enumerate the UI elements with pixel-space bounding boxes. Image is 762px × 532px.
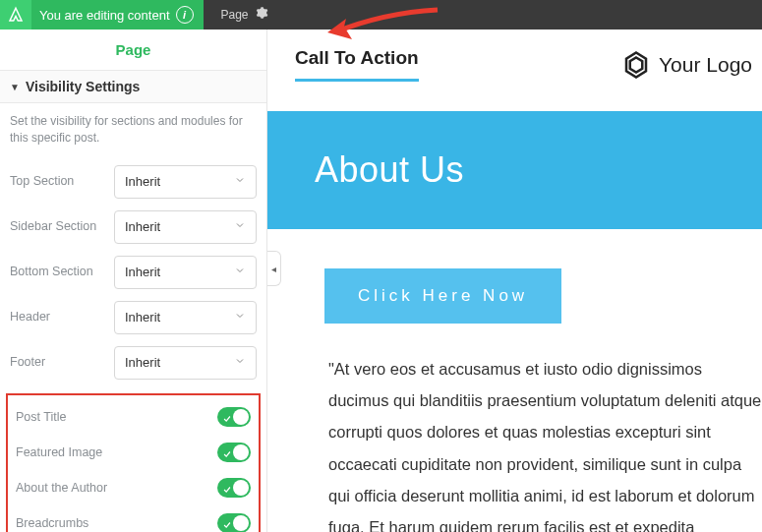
hexagon-logo-icon (621, 50, 651, 80)
select-header[interactable]: Inherit (114, 301, 257, 334)
row-header: Header Inherit (0, 295, 266, 340)
chevron-down-icon (234, 219, 246, 234)
row-post-title: Post Title (8, 399, 259, 435)
row-top-section: Top Section Inherit (0, 159, 266, 205)
chevron-down-icon (234, 355, 246, 370)
row-bottom-section: Bottom Section Inherit (0, 250, 266, 295)
select-value: Inherit (125, 174, 160, 189)
label-post-title: Post Title (16, 410, 66, 424)
select-value: Inherit (125, 355, 160, 370)
hero-banner: About Us (267, 111, 762, 229)
preview-header: Call To Action Your Logo (267, 30, 762, 82)
info-icon[interactable]: i (176, 6, 194, 24)
check-icon (222, 445, 232, 463)
row-footer: Footer Inherit (0, 340, 266, 385)
page-preview: Call To Action Your Logo About Us Click … (267, 30, 762, 532)
cta-button[interactable]: Click Here Now (324, 268, 561, 324)
check-icon (222, 481, 232, 499)
topbar: You are editing content i Page (0, 0, 762, 30)
chevron-down-icon (234, 265, 246, 279)
body-paragraph: "At vero eos et accusamus et iusto odio … (267, 353, 762, 532)
toggle-breadcrumbs[interactable] (217, 513, 251, 532)
toggle-highlight-box: Post Title Featured Image About the Auth… (6, 393, 261, 532)
label-header: Header (10, 310, 106, 325)
toggle-featured-image[interactable] (217, 443, 251, 462)
caret-down-icon: ▼ (10, 82, 20, 92)
select-sidebar-section[interactable]: Inherit (114, 210, 257, 244)
select-value: Inherit (125, 219, 160, 234)
topbar-page-label[interactable]: Page (204, 8, 255, 22)
select-value: Inherit (125, 310, 160, 325)
chevron-down-icon (234, 174, 246, 189)
label-breadcrumbs: Breadcrumbs (16, 516, 88, 530)
editing-label: You are editing content (39, 8, 170, 23)
button-area: Click Here Now (267, 229, 762, 353)
label-sidebar-section: Sidebar Section (10, 219, 106, 234)
gear-icon[interactable] (255, 6, 268, 24)
check-icon (222, 410, 232, 428)
editing-banner: You are editing content i (0, 0, 204, 30)
label-featured-image: Featured Image (16, 445, 102, 459)
row-about-author: About the Author (8, 470, 259, 505)
logo: Your Logo (621, 50, 752, 80)
settings-sidebar: Page ▼ Visibility Settings Set the visib… (0, 30, 267, 532)
visibility-panel-header[interactable]: ▼ Visibility Settings (0, 70, 266, 103)
row-breadcrumbs: Breadcrumbs (8, 505, 259, 532)
row-featured-image: Featured Image (8, 435, 259, 470)
check-icon (222, 516, 232, 532)
hero-title: About Us (315, 149, 464, 191)
chevron-down-icon (234, 310, 246, 325)
select-footer[interactable]: Inherit (114, 346, 257, 380)
toggle-post-title[interactable] (217, 407, 251, 427)
select-value: Inherit (125, 265, 160, 279)
brand-logo-icon[interactable] (0, 0, 31, 30)
panel-title-text: Visibility Settings (26, 79, 140, 94)
panel-description: Set the visibility for sections and modu… (0, 103, 266, 159)
label-footer: Footer (10, 355, 106, 370)
label-top-section: Top Section (10, 174, 106, 189)
tab-call-to-action[interactable]: Call To Action (295, 47, 419, 82)
toggle-about-author[interactable] (217, 478, 251, 498)
select-bottom-section[interactable]: Inherit (114, 256, 257, 289)
select-top-section[interactable]: Inherit (114, 165, 257, 199)
label-bottom-section: Bottom Section (10, 265, 106, 279)
collapse-sidebar-button[interactable]: ◂ (267, 251, 281, 286)
logo-text: Your Logo (659, 53, 752, 77)
sidebar-title: Page (0, 30, 266, 70)
label-about-author: About the Author (16, 481, 107, 495)
row-sidebar-section: Sidebar Section Inherit (0, 205, 266, 250)
